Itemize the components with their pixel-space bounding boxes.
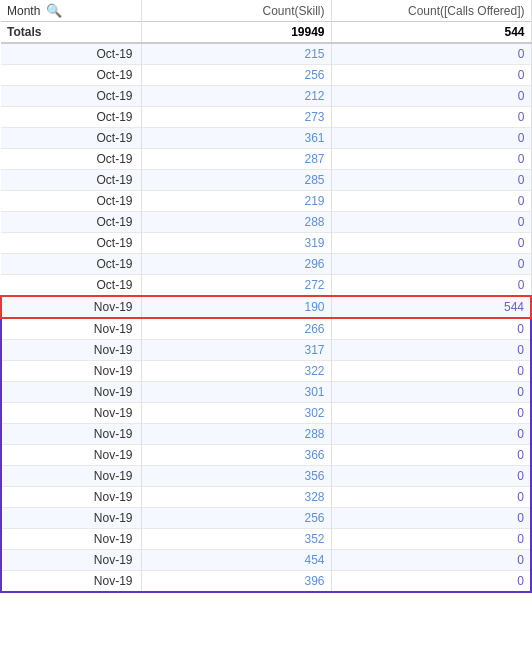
- cell-month: Oct-19: [1, 275, 141, 297]
- table-row: Nov-193960: [1, 571, 531, 593]
- cell-calls: 0: [331, 445, 531, 466]
- table-row: Oct-193610: [1, 128, 531, 149]
- cell-calls: 0: [331, 571, 531, 593]
- cell-skill: 454: [141, 550, 331, 571]
- cell-month: Nov-19: [1, 340, 141, 361]
- cell-skill: 301: [141, 382, 331, 403]
- cell-skill: 190: [141, 296, 331, 318]
- cell-skill: 285: [141, 170, 331, 191]
- table-row: Oct-192560: [1, 65, 531, 86]
- table-row: Nov-193520: [1, 529, 531, 550]
- cell-skill: 288: [141, 424, 331, 445]
- cell-skill: 273: [141, 107, 331, 128]
- cell-skill: 356: [141, 466, 331, 487]
- totals-skill: 19949: [141, 22, 331, 44]
- cell-skill: 296: [141, 254, 331, 275]
- table-row: Nov-193220: [1, 361, 531, 382]
- table-row: Nov-192560: [1, 508, 531, 529]
- cell-month: Nov-19: [1, 508, 141, 529]
- cell-skill: 319: [141, 233, 331, 254]
- cell-calls: 0: [331, 86, 531, 107]
- month-label: Month: [7, 4, 40, 18]
- cell-calls: 0: [331, 361, 531, 382]
- cell-calls: 0: [331, 318, 531, 340]
- cell-month: Nov-19: [1, 550, 141, 571]
- totals-row: Totals 19949 544: [1, 22, 531, 44]
- cell-month: Oct-19: [1, 254, 141, 275]
- cell-month: Oct-19: [1, 233, 141, 254]
- cell-month: Nov-19: [1, 487, 141, 508]
- table-row: Oct-192880: [1, 212, 531, 233]
- cell-month: Oct-19: [1, 128, 141, 149]
- cell-month: Nov-19: [1, 318, 141, 340]
- cell-month: Nov-19: [1, 445, 141, 466]
- cell-skill: 256: [141, 508, 331, 529]
- cell-month: Oct-19: [1, 107, 141, 128]
- cell-calls: 0: [331, 529, 531, 550]
- table-row: Oct-192190: [1, 191, 531, 212]
- cell-calls: 0: [331, 424, 531, 445]
- cell-skill: 361: [141, 128, 331, 149]
- cell-skill: 219: [141, 191, 331, 212]
- cell-month: Oct-19: [1, 191, 141, 212]
- cell-skill: 328: [141, 487, 331, 508]
- cell-skill: 266: [141, 318, 331, 340]
- table-row: Nov-192660: [1, 318, 531, 340]
- cell-calls: 0: [331, 487, 531, 508]
- cell-skill: 272: [141, 275, 331, 297]
- cell-month: Nov-19: [1, 296, 141, 318]
- search-icon[interactable]: 🔍: [46, 3, 62, 18]
- cell-skill: 396: [141, 571, 331, 593]
- cell-calls: 0: [331, 466, 531, 487]
- cell-calls: 0: [331, 43, 531, 65]
- cell-calls: 0: [331, 550, 531, 571]
- cell-skill: 212: [141, 86, 331, 107]
- table-row: Oct-193190: [1, 233, 531, 254]
- table-row: Nov-193280: [1, 487, 531, 508]
- cell-skill: 366: [141, 445, 331, 466]
- cell-calls: 0: [331, 170, 531, 191]
- table-row: Nov-19190544: [1, 296, 531, 318]
- cell-calls: 0: [331, 508, 531, 529]
- cell-skill: 288: [141, 212, 331, 233]
- table-header: Month 🔍 Count(Skill) Count([Calls Offere…: [1, 0, 531, 22]
- cell-month: Nov-19: [1, 466, 141, 487]
- table-row: Oct-192850: [1, 170, 531, 191]
- table-row: Oct-192960: [1, 254, 531, 275]
- table-body: Totals 19949 544 Oct-192150Oct-192560Oct…: [1, 22, 531, 593]
- cell-month: Nov-19: [1, 424, 141, 445]
- cell-calls: 0: [331, 65, 531, 86]
- table-row: Nov-193010: [1, 382, 531, 403]
- cell-calls: 0: [331, 107, 531, 128]
- cell-calls: 0: [331, 275, 531, 297]
- cell-calls: 0: [331, 403, 531, 424]
- cell-month: Oct-19: [1, 170, 141, 191]
- cell-calls: 0: [331, 191, 531, 212]
- table-row: Nov-194540: [1, 550, 531, 571]
- header-calls: Count([Calls Offered]): [331, 0, 531, 22]
- totals-calls: 544: [331, 22, 531, 44]
- cell-skill: 302: [141, 403, 331, 424]
- cell-calls: 0: [331, 382, 531, 403]
- cell-calls: 0: [331, 149, 531, 170]
- header-month: Month 🔍: [1, 0, 141, 22]
- cell-month: Nov-19: [1, 571, 141, 593]
- table-row: Oct-192120: [1, 86, 531, 107]
- cell-month: Nov-19: [1, 529, 141, 550]
- cell-skill: 215: [141, 43, 331, 65]
- cell-calls: 0: [331, 340, 531, 361]
- cell-month: Nov-19: [1, 403, 141, 424]
- cell-month: Nov-19: [1, 382, 141, 403]
- cell-skill: 322: [141, 361, 331, 382]
- cell-month: Oct-19: [1, 212, 141, 233]
- cell-calls: 0: [331, 128, 531, 149]
- table-row: Nov-193170: [1, 340, 531, 361]
- data-table: Month 🔍 Count(Skill) Count([Calls Offere…: [0, 0, 532, 593]
- cell-month: Oct-19: [1, 65, 141, 86]
- table-row: Nov-193020: [1, 403, 531, 424]
- cell-skill: 352: [141, 529, 331, 550]
- table-row: Nov-192880: [1, 424, 531, 445]
- cell-skill: 256: [141, 65, 331, 86]
- cell-skill: 317: [141, 340, 331, 361]
- cell-calls: 0: [331, 254, 531, 275]
